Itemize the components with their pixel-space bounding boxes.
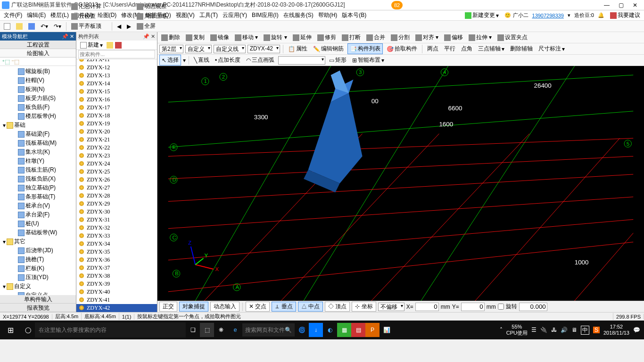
comp-item[interactable]: ZDYX-32 — [76, 224, 157, 232]
comp-item[interactable]: ZDYX-18 — [76, 112, 157, 120]
tree-桩承台(V)[interactable]: 桩承台(V) — [1, 201, 75, 210]
tree-柱帽(V)[interactable]: 柱帽(V) — [1, 76, 75, 85]
edit-对齐[interactable]: 对齐 ▾ — [413, 33, 440, 42]
tb-平齐板顶[interactable]: 平齐板顶 — [69, 21, 109, 31]
comp-item[interactable]: ZDYX-26 — [76, 176, 157, 184]
edit-旋转[interactable]: 旋转 ▾ — [262, 33, 289, 42]
tree-条形基础(T)[interactable]: 条形基础(T) — [1, 192, 75, 201]
task-view-icon[interactable]: ❏ — [186, 323, 200, 337]
account-label[interactable]: 🙂 广小二 — [504, 12, 528, 19]
app-icon-7[interactable]: ▤ — [351, 323, 365, 337]
tree-基础梁(F)[interactable]: 基础梁(F) — [1, 130, 75, 139]
new-change-button[interactable]: 新建变更 ▾ — [463, 10, 501, 20]
tree-集水坑(K)[interactable]: 集水坑(K) — [1, 148, 75, 156]
tree-自定义点[interactable]: 自定义点 — [1, 291, 75, 295]
del-aux-button[interactable]: 删除辅轴 — [508, 44, 535, 54]
pick-component-button[interactable]: 🎯拾取构件 — [385, 44, 419, 54]
point-angle-button[interactable]: 点角 — [459, 44, 474, 54]
tree-板受力筋(S)[interactable]: 板受力筋(S) — [1, 94, 75, 103]
tree-筏板负筋(X)[interactable]: 筏板负筋(X) — [1, 174, 75, 183]
floor-dropdown[interactable]: 第2层 — [159, 45, 183, 53]
menu-编辑(E)[interactable]: 编辑(E) — [25, 10, 48, 20]
ie-icon[interactable]: e — [228, 323, 242, 337]
point-add-button[interactable]: • 点加长度 — [213, 55, 242, 65]
expand-icon[interactable]: ⁺⬚ — [2, 58, 10, 65]
comp-item[interactable]: ZDYX-19 — [76, 120, 157, 128]
comp-item[interactable]: ZDYX-28 — [76, 192, 157, 200]
edit-rebar-button[interactable]: ✏️编辑钢筋 — [311, 44, 346, 54]
app-icon-5[interactable]: ◐ — [323, 323, 337, 337]
offset-dropdown[interactable]: 不偏移 — [378, 303, 405, 311]
comp-item[interactable]: ZDYX-11 — [76, 59, 157, 64]
comp-item[interactable]: ZDYX-14 — [76, 80, 157, 88]
comp-item[interactable]: ZDYX-21 — [76, 136, 157, 144]
tree-基础[interactable]: ▾ 基础 — [1, 121, 75, 130]
comp-item[interactable]: ZDYX-12 — [76, 64, 157, 72]
comp-item[interactable]: ZDYX-38 — [76, 272, 157, 280]
tree-柱墩(Y)[interactable]: 柱墩(Y) — [1, 156, 75, 165]
tb-局部三维[interactable]: 局部三维 — [135, 11, 173, 21]
tree-楼层板带(H)[interactable]: 楼层板带(H) — [1, 112, 75, 121]
prev-icon[interactable]: ◀ — [115, 22, 123, 31]
tree-挑檐(T)[interactable]: 挑檐(T) — [1, 255, 75, 264]
tree-筏板基础(M)[interactable]: 筏板基础(M) — [1, 139, 75, 148]
clock[interactable]: 17:522018/11/13 — [603, 324, 629, 336]
rotate-input[interactable] — [519, 303, 547, 311]
comp-item[interactable]: ZDYX-41 — [76, 296, 157, 304]
single-comp-input[interactable]: 单构件输入 — [0, 295, 76, 304]
minimize-button[interactable]: — — [600, 2, 614, 8]
start-button[interactable]: ⊞ — [0, 321, 21, 339]
tree-基础板带(W)[interactable]: 基础板带(W) — [1, 228, 75, 237]
copy-icon[interactable] — [107, 42, 113, 49]
app-icon-1[interactable]: ⬚ — [200, 323, 214, 337]
smart-layout-button[interactable]: ⊞ 智能布置 ▾ — [350, 55, 386, 65]
comp-item[interactable]: ZDYX-40 — [76, 288, 157, 296]
custom-line-dropdown[interactable]: 自定义线 — [214, 45, 246, 53]
perp-toggle[interactable]: ⊥ 垂点 — [272, 302, 296, 312]
tree-压顶(YD)[interactable]: 压顶(YD) — [1, 273, 75, 282]
comp-item[interactable]: ZDYX-37 — [76, 264, 157, 272]
three-arc-button[interactable]: ◠ 三点画弧 — [244, 55, 276, 65]
tb-云检查[interactable]: 云检查 — [69, 11, 109, 21]
pin-icon[interactable]: 📌 — [143, 33, 149, 39]
viewport-3d[interactable]: X Z Y 1 2 3 4 5 E D C B A — [157, 66, 644, 301]
delete-icon[interactable] — [115, 42, 122, 49]
undo-icon[interactable]: ↶▾ — [39, 22, 50, 31]
app-icon-2[interactable]: ❋ — [214, 323, 228, 337]
comp-item[interactable]: ZDYX-35 — [76, 248, 157, 256]
search-input[interactable] — [78, 50, 155, 58]
network-icon[interactable]: 🖧 — [551, 327, 557, 333]
report-preview[interactable]: 报表预览 — [0, 304, 76, 312]
tab-project-settings[interactable]: 工程设置 — [0, 41, 76, 49]
tree-板负筋(F)[interactable]: 板负筋(F) — [1, 103, 75, 112]
comp-item[interactable]: ZDYX-33 — [76, 232, 157, 240]
comp-item[interactable]: ZDYX-34 — [76, 240, 157, 248]
monitor-icon[interactable]: 🖥 — [571, 327, 577, 333]
tree-承台梁(F)[interactable]: 承台梁(F) — [1, 210, 75, 219]
tree-板洞(N)[interactable]: 板洞(N) — [1, 85, 75, 94]
edit-偏移[interactable]: 偏移 — [442, 33, 465, 42]
line-button[interactable]: ╲ 直线 — [192, 55, 211, 65]
notifications-icon[interactable]: 💬 — [633, 327, 640, 333]
edit-合并[interactable]: 合并 — [364, 33, 387, 42]
notification-badge[interactable]: 82 — [391, 1, 403, 9]
tree-后浇带(JD)[interactable]: 后浇带(JD) — [1, 246, 75, 255]
close-button[interactable]: ✕ — [628, 2, 642, 8]
coord-toggle[interactable]: ⊹ 坐标 — [352, 302, 376, 312]
volume-icon[interactable]: 🔊 — [561, 327, 568, 333]
tree-栏板(K)[interactable]: 栏板(K) — [1, 264, 75, 273]
ortho-toggle[interactable]: 正交 — [159, 302, 177, 312]
comp-item[interactable]: ZDYX-29 — [76, 200, 157, 208]
menu-版本号(B)[interactable]: 版本号(B) — [340, 10, 368, 20]
next-icon[interactable]: ▶ — [125, 22, 133, 31]
tree-其它[interactable]: ▾ 其它 — [1, 237, 75, 246]
mid-toggle[interactable]: △ 中点 — [298, 302, 323, 312]
maximize-button[interactable]: ▢ — [614, 2, 628, 8]
dimension-button[interactable]: 尺寸标注 ▾ — [537, 44, 567, 54]
menu-在线服务(S)[interactable]: 在线服务(S) — [281, 10, 315, 20]
edit-延伸[interactable]: 延伸 — [291, 33, 314, 42]
edit-删除[interactable]: 删除 — [159, 33, 182, 42]
taskbar-search-2[interactable]: 搜索网页和文件 🔍 — [242, 323, 295, 337]
feedback-button[interactable]: 我要建议 — [608, 10, 642, 20]
save-icon[interactable] — [26, 22, 37, 31]
